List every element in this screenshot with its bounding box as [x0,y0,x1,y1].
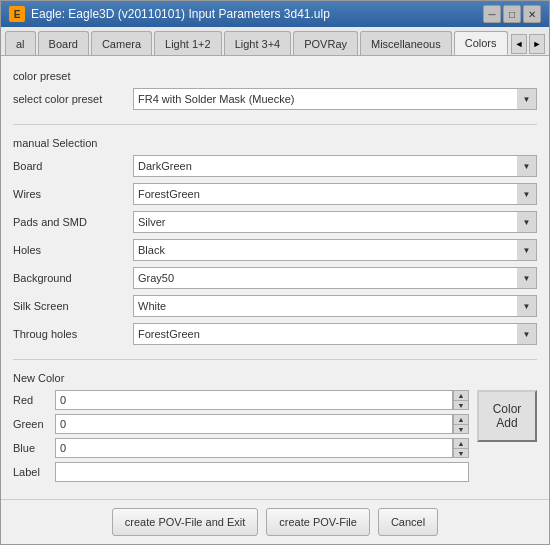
pads-smd-select[interactable]: Silver [133,211,537,233]
window-title: Eagle: Eagle3D (v20110101) Input Paramet… [31,7,330,21]
green-spinner-btns: ▲ ▼ [453,414,469,434]
board-select-wrap: DarkGreen ▼ [133,155,537,177]
tab-board[interactable]: Board [38,31,89,55]
color-preset-select-wrap: FR4 with Solder Mask (Muecke) ▼ [133,88,537,110]
silk-screen-select[interactable]: White [133,295,537,317]
tab-nav-left[interactable]: ◄ [511,34,527,54]
title-bar-left: E Eagle: Eagle3D (v20110101) Input Param… [9,6,330,22]
tab-al[interactable]: al [5,31,36,55]
content-area: color preset select color preset FR4 wit… [1,56,549,499]
board-select[interactable]: DarkGreen [133,155,537,177]
tab-nav-right[interactable]: ► [529,34,545,54]
create-pov-exit-button[interactable]: create POV-File and Exit [112,508,258,536]
blue-row: Blue ▲ ▼ [13,438,469,458]
holes-select[interactable]: Black [133,239,537,261]
blue-input[interactable] [55,438,453,458]
background-select[interactable]: Gray50 [133,267,537,289]
board-row: Board DarkGreen ▼ [13,155,537,177]
blue-spinner-btns: ▲ ▼ [453,438,469,458]
new-color-fields: Red ▲ ▼ Green ▲ ▼ [13,390,469,482]
tab-light34[interactable]: Light 3+4 [224,31,292,55]
minimize-button[interactable]: ─ [483,5,501,23]
red-label: Red [13,394,55,406]
blue-label: Blue [13,442,55,454]
holes-label: Holes [13,244,133,256]
throu-holes-label: Throug holes [13,328,133,340]
label-field-label: Label [13,466,55,478]
new-color-section: Red ▲ ▼ Green ▲ ▼ [13,390,537,482]
app-icon: E [9,6,25,22]
green-input[interactable] [55,414,453,434]
red-spin-up[interactable]: ▲ [453,390,469,400]
background-label: Background [13,272,133,284]
green-row: Green ▲ ▼ [13,414,469,434]
color-preset-label: color preset [13,70,537,82]
throu-holes-select-wrap: ForestGreen ▼ [133,323,537,345]
green-label: Green [13,418,55,430]
green-spin-up[interactable]: ▲ [453,414,469,424]
red-spin-down[interactable]: ▼ [453,400,469,410]
tab-light12[interactable]: Light 1+2 [154,31,222,55]
throu-holes-select[interactable]: ForestGreen [133,323,537,345]
color-preset-select[interactable]: FR4 with Solder Mask (Muecke) [133,88,537,110]
create-pov-button[interactable]: create POV-File [266,508,370,536]
pads-smd-row: Pads and SMD Silver ▼ [13,211,537,233]
blue-spin-down[interactable]: ▼ [453,448,469,458]
background-row: Background Gray50 ▼ [13,267,537,289]
tab-camera[interactable]: Camera [91,31,152,55]
manual-selection-label: manual Selection [13,137,537,149]
wires-select[interactable]: ForestGreen [133,183,537,205]
holes-row: Holes Black ▼ [13,239,537,261]
tab-bar: al Board Camera Light 1+2 Light 3+4 POVR… [1,27,549,56]
color-add-button[interactable]: ColorAdd [477,390,537,442]
tab-miscellaneous[interactable]: Miscellaneous [360,31,452,55]
new-color-label: New Color [13,372,537,384]
wires-label: Wires [13,188,133,200]
close-button[interactable]: ✕ [523,5,541,23]
select-color-preset-label: select color preset [13,93,133,105]
maximize-button[interactable]: □ [503,5,521,23]
color-add-label: ColorAdd [493,402,522,430]
main-window: E Eagle: Eagle3D (v20110101) Input Param… [0,0,550,545]
blue-spinner: ▲ ▼ [55,438,469,458]
tab-povray[interactable]: POVRay [293,31,358,55]
red-input[interactable] [55,390,453,410]
label-input[interactable] [55,462,469,482]
silk-screen-row: Silk Screen White ▼ [13,295,537,317]
green-spin-down[interactable]: ▼ [453,424,469,434]
divider-2 [13,359,537,360]
silk-screen-select-wrap: White ▼ [133,295,537,317]
throu-holes-row: Throug holes ForestGreen ▼ [13,323,537,345]
red-row: Red ▲ ▼ [13,390,469,410]
title-buttons: ─ □ ✕ [483,5,541,23]
red-spinner: ▲ ▼ [55,390,469,410]
cancel-button[interactable]: Cancel [378,508,438,536]
board-label: Board [13,160,133,172]
wires-select-wrap: ForestGreen ▼ [133,183,537,205]
title-bar: E Eagle: Eagle3D (v20110101) Input Param… [1,1,549,27]
pads-smd-select-wrap: Silver ▼ [133,211,537,233]
pads-smd-label: Pads and SMD [13,216,133,228]
color-preset-row: select color preset FR4 with Solder Mask… [13,88,537,110]
red-spinner-btns: ▲ ▼ [453,390,469,410]
divider-1 [13,124,537,125]
green-spinner: ▲ ▼ [55,414,469,434]
blue-spin-up[interactable]: ▲ [453,438,469,448]
footer: create POV-File and Exit create POV-File… [1,499,549,544]
background-select-wrap: Gray50 ▼ [133,267,537,289]
holes-select-wrap: Black ▼ [133,239,537,261]
tab-nav: ◄ ► [511,34,549,55]
silk-screen-label: Silk Screen [13,300,133,312]
tab-colors[interactable]: Colors [454,31,508,55]
wires-row: Wires ForestGreen ▼ [13,183,537,205]
label-row: Label [13,462,469,482]
